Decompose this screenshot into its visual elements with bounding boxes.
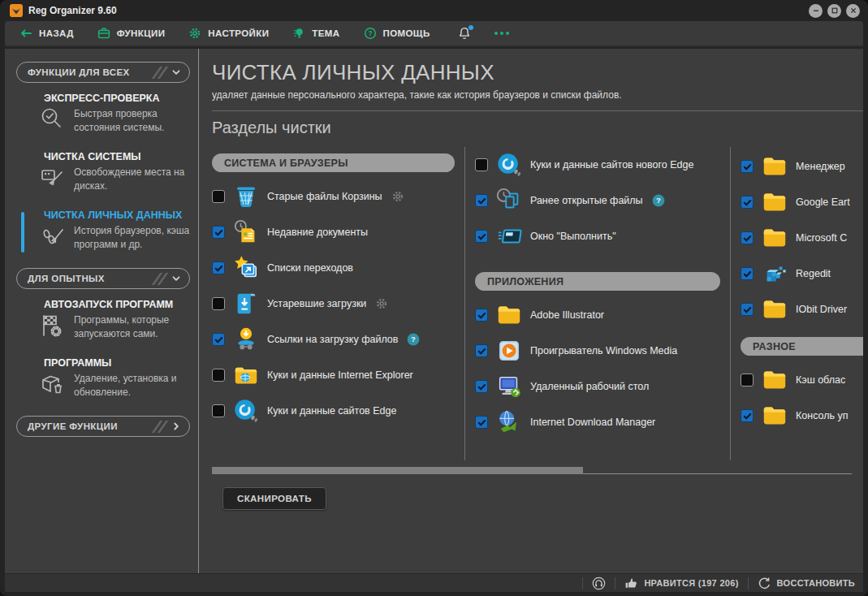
cleanup-item-row: Куки и данные сайтов Edge xyxy=(212,393,455,429)
cleanup-item-row: Microsoft C xyxy=(741,220,863,256)
help-badge-icon[interactable]: ? xyxy=(407,333,420,346)
toolbar-item-назад[interactable]: НАЗАД xyxy=(19,27,74,40)
cleanup-item-label: Окно "Выполнить" xyxy=(530,231,616,242)
folder-icon xyxy=(761,188,788,216)
folder-icon xyxy=(495,301,523,329)
sidebar-item-description: Быстрая проверка состояния системы. xyxy=(74,105,190,136)
sound-button[interactable] xyxy=(592,577,606,590)
sidebar-section-label: ДЛЯ ОПЫТНЫХ xyxy=(28,274,105,283)
cleanup-item-label: IObit Driver xyxy=(796,304,847,315)
cleanup-item-row: Adobe Illustrator xyxy=(475,297,720,333)
wmp-icon xyxy=(495,337,523,365)
horizontal-scrollbar[interactable] xyxy=(212,467,852,474)
sidebar-item-автозапуск-программ[interactable]: АВТОЗАПУСК ПРОГРАММПрограммы, которые за… xyxy=(37,299,190,342)
cleanup-item-label: Куки и данные Internet Explorer xyxy=(267,369,413,381)
gear-icon xyxy=(188,27,201,40)
cleanup-item-row: Internet Download Manager xyxy=(475,404,720,440)
checkbox[interactable] xyxy=(741,409,754,422)
checkbox[interactable] xyxy=(741,160,754,173)
regedit-icon xyxy=(761,260,788,287)
cleanup-sections: СИСТЕМА И БРАУЗЕРЫСтарые файлы КорзиныНе… xyxy=(212,147,863,460)
checkbox[interactable] xyxy=(212,333,225,346)
cleanup-item-label: Удаленный рабочий стол xyxy=(530,381,649,392)
jumplists-icon xyxy=(232,254,260,282)
sidebar-section-2-button[interactable]: ДРУГИЕ ФУНКЦИИ xyxy=(16,416,190,437)
checkbox[interactable] xyxy=(475,158,488,171)
sidebar-item-экспресс-проверка[interactable]: ЭКСПРЕСС-ПРОВЕРКАБыстрая проверка состоя… xyxy=(37,93,190,136)
window-title: Reg Organizer 9.60 xyxy=(28,5,117,16)
flag-gear-icon xyxy=(37,311,68,342)
checkbox[interactable] xyxy=(475,194,488,207)
help-badge-icon[interactable]: ? xyxy=(652,194,665,207)
cleanup-item-label: Internet Download Manager xyxy=(530,417,655,428)
cleanup-item-row: Ранее открытые файлы? xyxy=(475,183,720,218)
checkbox[interactable] xyxy=(212,190,225,203)
checkbox[interactable] xyxy=(741,267,754,280)
cleanup-item-label: Ранее открытые файлы xyxy=(530,195,643,206)
decorative-stripes xyxy=(156,67,164,79)
cleanup-item-row: Удаленный рабочий стол xyxy=(475,369,720,404)
checkbox[interactable] xyxy=(212,404,225,417)
window-controls xyxy=(809,4,860,18)
svg-text:?: ? xyxy=(412,335,417,343)
close-button[interactable] xyxy=(846,4,860,18)
sidebar-item-чистка-системы[interactable]: ЧИСТКА СИСТЕМЫОсвобождение места на диск… xyxy=(37,151,190,194)
restore-label: ВОССТАНОВИТЬ xyxy=(777,578,855,588)
toolbar-item-тема[interactable]: ТЕМА xyxy=(292,27,339,40)
checkbox[interactable] xyxy=(475,416,488,429)
checkbox[interactable] xyxy=(212,226,225,239)
checkbox[interactable] xyxy=(475,230,488,243)
checkbox[interactable] xyxy=(741,196,754,209)
toolbar-item-label: НАЗАД xyxy=(39,28,74,38)
group-header: ПРИЛОЖЕНИЯ xyxy=(475,272,720,291)
restore-button[interactable]: ВОССТАНОВИТЬ xyxy=(758,577,855,590)
toolbar-item-помощь[interactable]: ?ПОМОЩЬ xyxy=(364,27,430,40)
scrollbar-thumb[interactable] xyxy=(212,467,583,474)
old-downloads-icon xyxy=(232,290,260,317)
cleanup-item-row: Google Eart xyxy=(741,184,863,220)
sidebar-section-0-button[interactable]: ФУНКЦИИ ДЛЯ ВСЕХ xyxy=(16,62,190,83)
edge-icon xyxy=(232,397,260,425)
main-panel: ЧИСТКА ЛИЧНЫХ ДАННЫХ удаляет данные перс… xyxy=(199,49,863,573)
toolbar-item-функции[interactable]: ФУНКЦИИ xyxy=(97,27,166,40)
checkbox[interactable] xyxy=(475,380,488,393)
like-button[interactable]: НРАВИТСЯ (197 206) xyxy=(624,577,738,590)
toolbar-item-label: ФУНКЦИИ xyxy=(117,28,166,38)
bell-icon[interactable] xyxy=(457,26,472,41)
checkbox[interactable] xyxy=(212,261,225,274)
checkbox[interactable] xyxy=(475,344,488,357)
separator xyxy=(582,577,583,590)
more-menu-button[interactable] xyxy=(494,32,509,35)
toolbar-item-настройки[interactable]: НАСТРОЙКИ xyxy=(188,27,269,40)
sidebar-item-программы[interactable]: ПРОГРАММЫУдаление, установка и обновлени… xyxy=(37,357,190,400)
status-bar: НРАВИТСЯ (197 206)ВОССТАНОВИТЬ xyxy=(5,573,863,592)
cleanup-item-row: Старые файлы Корзины xyxy=(212,179,455,214)
box-trash-icon xyxy=(37,369,68,400)
recent-docs-icon xyxy=(232,218,260,246)
cleanup-item-row: Списки переходов xyxy=(212,250,455,286)
reg-organizer-logo-icon xyxy=(10,4,23,17)
sidebar-section-1-button[interactable]: ДЛЯ ОПЫТНЫХ xyxy=(16,268,190,289)
section-title: Разделы чистки xyxy=(212,119,863,137)
cleanup-item-label: Менеджер xyxy=(796,161,845,172)
settings-gear-icon[interactable] xyxy=(391,190,404,203)
checkbox[interactable] xyxy=(212,297,225,310)
settings-gear-icon[interactable] xyxy=(375,297,388,310)
app-window: Reg Organizer 9.60 НАЗАДФУНКЦИИНАСТРОЙКИ… xyxy=(0,0,868,596)
briefcase-icon xyxy=(97,27,110,40)
checkbox[interactable] xyxy=(741,374,754,387)
cleanup-column-1: СИСТЕМА И БРАУЗЕРЫСтарые файлы КорзиныНе… xyxy=(212,147,465,460)
sidebar-item-чистка-личных-данных[interactable]: ЧИСТКА ЛИЧНЫХ ДАННЫХИстория браузеров, к… xyxy=(37,209,190,253)
cleanup-item-row: Проигрыватель Windows Media xyxy=(475,333,720,369)
minimize-button[interactable] xyxy=(809,4,823,18)
cleanup-item-row: Кэш облас xyxy=(741,362,863,398)
checkbox[interactable] xyxy=(741,303,754,316)
checkbox[interactable] xyxy=(741,231,754,244)
svg-text:?: ? xyxy=(368,29,372,37)
checkbox[interactable] xyxy=(212,369,225,382)
checkbox[interactable] xyxy=(475,309,488,322)
maximize-button[interactable] xyxy=(827,4,841,18)
cleanup-item-label: Консоль уп xyxy=(796,410,849,421)
scan-button[interactable]: СКАНИРОВАТЬ xyxy=(222,487,326,510)
toolbar-item-label: НАСТРОЙКИ xyxy=(208,28,269,38)
